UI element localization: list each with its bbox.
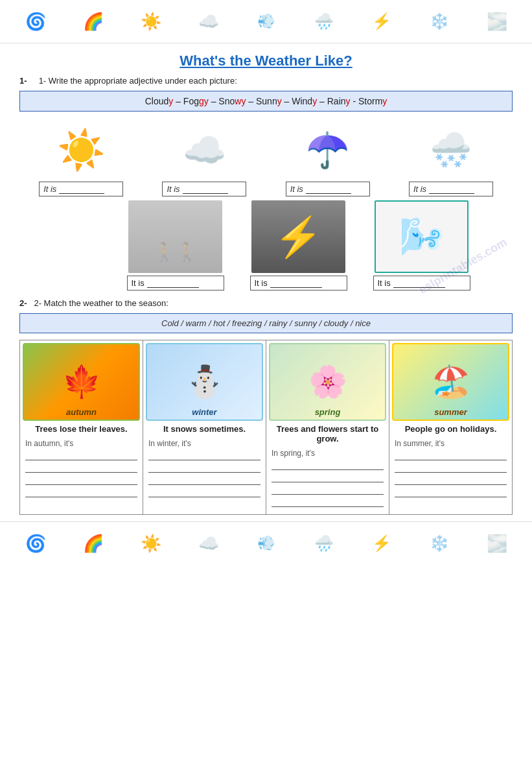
pic-cell-windy: 🌬️ It is [370,200,474,290]
storm-picture: ⚡ [251,200,345,273]
footer-weather-bar: 🌀 🌈 ☀️ ☁️ 💨 🌧️ ⚡ ❄️ 🌫️ [0,521,532,565]
autumn-fill: In autumn, it's [23,436,140,502]
autumn-image: 🍁 autumn [23,343,140,421]
it-is-label-5: It is [132,278,145,288]
pic-cell-stormy: ⚡ It is [247,200,351,290]
summer-desc: People go on holidays. [392,421,509,436]
summer-fill: In summer, it's [392,436,509,502]
footer-icon-rain: 🌧️ [305,527,343,560]
wb-foggy: Foggy [183,96,209,106]
header-icon-rain: 🌧️ [305,5,343,38]
summer-fill-line1 [395,451,507,460]
main-content: 1- 1- Write the appropriate adjective un… [0,76,532,515]
header-icon-sun: ☀️ [132,5,170,38]
spring-fill-line4 [272,498,384,507]
footer-icon-spiral: 🌀 [16,527,55,560]
pictures-row2: 🚶🚶 It is ⚡ It is 🌬️ It is [84,200,513,290]
section2-number: 2- [19,298,27,308]
pictures-row1: ☀️ It is ☁️ It is ☂️ It is 🌨️ [19,121,513,196]
windy-picture: 🌬️ [375,200,468,273]
autumn-fill-line1 [25,451,137,460]
it-is-label-1: It is [43,184,56,194]
header-icon-snowflake: ❄️ [420,5,459,38]
pic-cell-cloudy: ☁️ It is [149,121,259,196]
pic-cell-snowy: 🌨️ It is [396,121,506,196]
season-cell-autumn: 🍁 autumn Trees lose their leaves. In aut… [20,340,143,515]
section2-label: 2- 2- Match the weather to the season: [19,298,513,308]
snow-cloud-picture: 🌨️ [430,121,472,179]
answer-box-foggy: It is [127,276,224,290]
summer-image: 🏖️ summer [392,343,509,421]
spring-fill-line2 [272,473,384,482]
sun-picture: ☀️ [57,121,106,179]
answer-box-sunny: It is [39,182,123,196]
header-icon-lightning: ⚡ [362,5,401,38]
spring-desc: Trees and flowers start to grow. [269,421,386,446]
spring-fill-line3 [272,486,384,495]
spring-image: 🌸 spring [269,343,386,421]
footer-icon-rainbow: 🌈 [74,527,113,560]
word-bank-2: Cold / warm / hot / freezing / rainy / s… [19,313,513,333]
wb-windy: Windy [292,96,317,106]
answer-box-windy: It is [373,276,470,290]
section2-instruction: 2- Match the weather to the season: [34,298,168,308]
answer-line-sunny [59,185,104,194]
autumn-fill-label: In autumn, it's [25,439,73,448]
autumn-label: autumn [24,407,139,417]
footer-icon-wind: 💨 [247,527,286,560]
header-weather-bar: 🌀 🌈 ☀️ ☁️ 💨 🌧️ ⚡ ❄️ 🌫️ [0,0,532,43]
answer-line-foggy [147,279,199,288]
summer-fill-line2 [395,464,507,473]
autumn-fill-line2 [25,464,137,473]
winter-image: ⛄ winter [146,343,263,421]
section1-label: 1- 1- Write the appropriate adjective un… [19,76,513,86]
answer-line-cloudy [183,185,228,194]
footer-icon-cloud: ☁️ [189,527,228,560]
answer-line-stormy [270,279,322,288]
pic-cell-sunny: ☀️ It is [26,121,136,196]
wind-person-icon: 🌬️ [399,215,445,258]
season-cell-winter: ⛄ winter It snows sometimes. In winter, … [143,340,266,515]
winter-desc: It snows sometimes. [146,421,263,436]
cloud-picture: ☁️ [183,121,226,179]
header-icon-cloud: ☁️ [189,5,228,38]
season-cell-spring: 🌸 spring Trees and flowers start to grow… [266,340,389,515]
summer-label: summer [393,407,508,417]
header-icon-wind: 💨 [247,5,286,38]
autumn-emoji: 🍁 [62,364,101,400]
answer-line-rainy [306,185,351,194]
header-icon-rainbow: 🌈 [74,5,113,38]
wb-rainy: Rainy [327,96,351,106]
wb-sep5: – [319,96,327,106]
word-bank-1: Cloudy – Foggy – Snowy – Sunny – Windy –… [19,91,513,112]
answer-box-cloudy: It is [162,182,246,196]
wb-sep4: – [284,96,292,106]
winter-label: winter [147,407,262,417]
lightning-icon: ⚡ [274,214,323,260]
summer-fill-line3 [395,476,507,485]
answer-box-rainy: It is [286,182,370,196]
winter-fill-line4 [148,488,260,497]
winter-fill-line3 [148,476,260,485]
it-is-label-3: It is [290,184,303,194]
section1-instruction: 1- Write the appropriate adjective under… [39,76,237,86]
winter-fill-line2 [148,464,260,473]
wb-stormy: Stormy [358,96,387,106]
season-images-row: 🍁 autumn Trees lose their leaves. In aut… [20,340,513,515]
summer-fill-label: In summer, it's [395,439,445,448]
spring-fill-line1 [272,461,384,470]
wb-cloudy: Cloudy [145,96,174,106]
wb-sep2: – [211,96,219,106]
answer-line-windy [393,279,445,288]
wb-sep3: – [248,96,256,106]
umbrella-picture: ☂️ [306,121,349,179]
footer-icon-snowflake: ❄️ [420,527,459,560]
section1-number: 1- [19,76,27,86]
winter-fill-label: In winter, it's [148,439,191,448]
footer-icon-tornado: 🌫️ [478,527,516,560]
spring-fill-label: In spring, it's [272,449,315,458]
wb-sunny: Sunny [256,96,282,106]
foggy-picture: 🚶🚶 [128,200,222,273]
summer-fill-line4 [395,488,507,497]
pic-cell-rainy: ☂️ It is [273,121,383,196]
